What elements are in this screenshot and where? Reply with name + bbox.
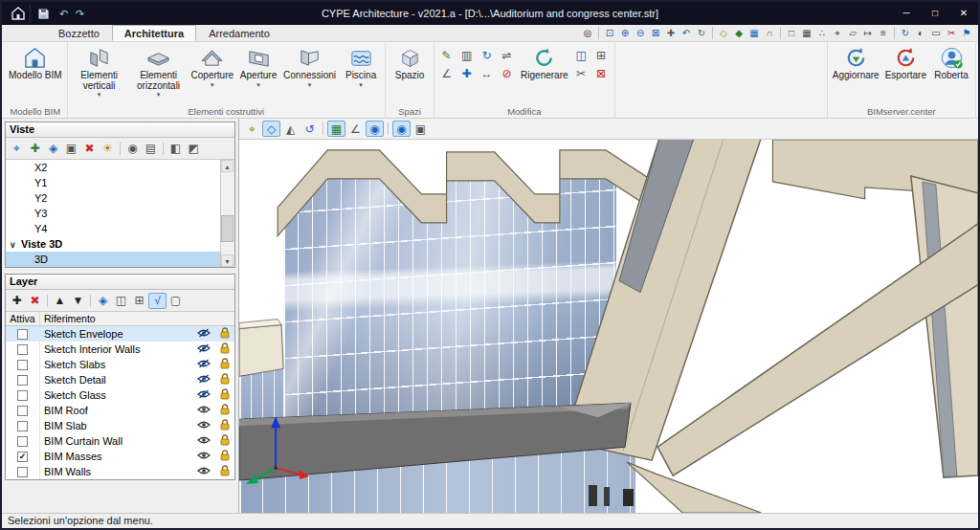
show-axes-icon[interactable]: ⌖ <box>830 27 845 40</box>
redraw-icon[interactable]: ↻ <box>694 27 709 40</box>
clip-plane-icon[interactable]: ✂ <box>944 27 959 40</box>
rotate-icon[interactable]: ↻ <box>478 47 496 63</box>
tab-architettura[interactable]: Architettura <box>112 25 196 41</box>
minimize-button[interactable]: ─ <box>892 2 921 25</box>
show-grid-icon[interactable]: ▦ <box>799 27 814 40</box>
elementi-verticali-button[interactable]: Elementi verticali ▾ <box>71 44 128 98</box>
axes-display-icon[interactable]: ⌖ <box>243 121 261 137</box>
viste-item-viste-3d[interactable]: ∨Viste 3D <box>6 236 220 252</box>
visibility-eye-icon[interactable] <box>192 389 215 401</box>
lock-icon[interactable] <box>215 450 234 463</box>
viste-item-y2[interactable]: Y2 <box>6 190 220 206</box>
front-view-icon[interactable]: ◧ <box>167 141 185 157</box>
coperture-button[interactable]: Coperture ▾ <box>189 44 235 88</box>
grid-icon[interactable]: ▦ <box>746 27 762 40</box>
rigenerare-button[interactable]: Rigenerare <box>519 44 569 81</box>
pin-icon[interactable]: ⚑ <box>959 27 974 40</box>
layer-row[interactable]: ✓ BIM Roof <box>6 403 234 418</box>
layer-row[interactable]: ✓ Sketch Detail <box>6 372 234 387</box>
orbit-view-icon[interactable]: ↺ <box>301 121 319 137</box>
measure-tool-icon[interactable]: ∠ <box>346 121 365 137</box>
print-view-icon[interactable]: ▤ <box>142 141 160 157</box>
magnet-icon[interactable]: ∩ <box>762 27 777 40</box>
viste-item-x2[interactable]: X2 <box>6 160 220 175</box>
maximize-button[interactable]: □ <box>921 2 949 25</box>
layer-active-checkbox[interactable]: ✓ <box>17 329 28 340</box>
expander-chevron-icon[interactable]: ∨ <box>10 237 21 253</box>
viewport-3d[interactable] <box>239 140 978 513</box>
lock-icon[interactable] <box>215 434 234 448</box>
delete-layer-icon[interactable]: ✖ <box>26 293 44 309</box>
snap-toggle-icon[interactable]: ▦ <box>327 121 345 137</box>
view-config-icon[interactable]: ⌖ <box>8 141 26 157</box>
layer-cube-icon[interactable]: ▢ <box>167 293 185 309</box>
spazio-button[interactable]: Spazio <box>389 44 431 81</box>
layer-active-checkbox[interactable]: ✓ <box>17 467 28 477</box>
line-weight-icon[interactable]: ≡ <box>876 27 891 40</box>
pan-icon[interactable]: ✚ <box>663 27 679 40</box>
new-view-icon[interactable]: ✚ <box>26 141 44 157</box>
filter-check-icon[interactable]: √ <box>148 293 167 309</box>
modello-bim-button[interactable]: Modello BIM <box>7 44 64 81</box>
rotate-view-icon[interactable]: ↻ <box>898 27 913 40</box>
lock-icon[interactable] <box>215 419 234 432</box>
solid-view-icon[interactable]: ▣ <box>412 121 430 137</box>
background-color-icon[interactable]: □ <box>784 27 799 40</box>
tab-bozzetto[interactable]: Bozzetto <box>46 25 112 41</box>
layer-active-checkbox[interactable]: ✓ <box>17 390 28 401</box>
piscina-button[interactable]: Piscina ▾ <box>340 44 382 88</box>
visibility-eye-icon[interactable] <box>192 359 215 370</box>
scroll-thumb[interactable] <box>221 215 234 242</box>
merge-columns-icon[interactable]: ⊞ <box>130 293 148 309</box>
show-hide-icon[interactable]: ◉ <box>366 121 384 137</box>
layer-active-checkbox[interactable]: ✓ <box>17 436 28 447</box>
save-icon[interactable] <box>33 4 53 23</box>
zoom-extents-icon[interactable]: ⊠ <box>648 27 663 40</box>
comment-icon[interactable]: ▭ <box>928 27 944 40</box>
intersect-icon[interactable]: ⊞ <box>592 47 611 63</box>
viste-item-y1[interactable]: Y1 <box>6 175 220 190</box>
search-icon[interactable]: ◎ <box>580 27 595 40</box>
visibility-eye-icon[interactable] <box>192 420 215 431</box>
lock-icon[interactable] <box>215 373 234 386</box>
trim-icon[interactable]: ✂ <box>572 65 590 81</box>
aggiornare-button[interactable]: Aggiornare <box>831 44 881 81</box>
add-layer-icon[interactable]: ✚ <box>8 293 26 309</box>
scroll-up-icon[interactable]: ▲ <box>221 160 234 172</box>
wireframe-icon[interactable]: ▱ <box>845 27 860 40</box>
layer-row[interactable]: ✓ BIM Walls <box>6 464 234 479</box>
visibility-eye-icon[interactable] <box>192 374 215 386</box>
viste-item-y3[interactable]: Y3 <box>6 206 220 221</box>
split-icon[interactable]: ◫ <box>572 47 590 63</box>
iso-view-icon[interactable]: ◩ <box>185 141 203 157</box>
layer-active-checkbox[interactable]: ✓ <box>17 360 28 370</box>
layer-row[interactable]: ✓ Sketch Interior Walls <box>6 342 234 357</box>
lock-icon[interactable] <box>215 465 234 478</box>
tab-arredamento[interactable]: Arredamento <box>196 25 282 41</box>
stretch-icon[interactable]: ↔ <box>478 65 496 81</box>
aperture-button[interactable]: Aperture ▾ <box>237 44 279 88</box>
copy-icon[interactable]: ▥ <box>457 47 476 63</box>
move-layer-down-icon[interactable]: ▼ <box>69 293 87 309</box>
shadow-icon[interactable]: ◐ <box>913 27 928 40</box>
layer-active-checkbox[interactable]: ✓ <box>17 344 28 355</box>
new-3d-view-icon[interactable]: ◈ <box>44 141 62 157</box>
visibility-eye-icon[interactable] <box>192 435 215 447</box>
elementi-orizzontali-button[interactable]: Elementi orizzontali ▾ <box>130 44 188 98</box>
visibility-eye-icon[interactable] <box>192 343 215 355</box>
isolate-icon[interactable]: ◉ <box>392 121 411 137</box>
delete-view-icon[interactable]: ✖ <box>80 141 99 157</box>
layer-row[interactable]: ✓ Sketch Slabs <box>6 357 234 372</box>
expand-columns-icon[interactable]: ◫ <box>112 293 130 309</box>
previous-view-icon[interactable]: ↶ <box>679 27 694 40</box>
zoom-in-icon[interactable]: ⊕ <box>617 27 633 40</box>
zoom-out-icon[interactable]: ⊖ <box>633 27 648 40</box>
close-button[interactable]: ✕ <box>949 2 978 25</box>
connessioni-button[interactable]: Connessioni ▾ <box>281 44 338 88</box>
visibility-eye-icon[interactable] <box>192 466 215 477</box>
edit-icon[interactable]: ✎ <box>437 47 456 63</box>
dimensions-icon[interactable]: ↦ <box>860 27 876 40</box>
undo-icon[interactable]: ↶ <box>56 7 72 21</box>
viste-item-3d[interactable]: 3D <box>6 252 220 267</box>
app-icon[interactable] <box>6 4 31 23</box>
